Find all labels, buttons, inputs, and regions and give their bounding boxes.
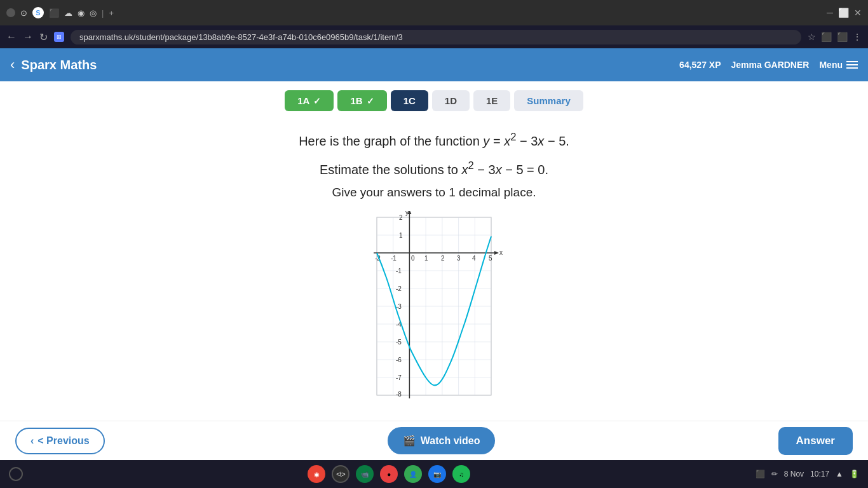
app5-icon[interactable]: 👤 [404,465,422,483]
url-input[interactable] [71,30,801,44]
previous-button[interactable]: ‹ < Previous [15,428,105,454]
refresh-nav[interactable]: ↻ [39,31,48,43]
tab-1b-label: 1B [350,95,362,106]
spotify-icon[interactable]: ♫ [452,465,470,483]
svg-text:2: 2 [399,214,403,221]
watch-video-label: Watch video [421,435,480,447]
question-line2: Estimate the solutions to x2 − 3x − 5 = … [320,158,548,180]
svg-text:-1: -1 [391,255,397,262]
taskbar-time: 10:17 [810,470,829,478]
terminal-icon[interactable]: <t> [332,465,349,483]
svg-text:-7: -7 [396,374,402,381]
tab-1b[interactable]: 1B ✓ [337,90,386,111]
svg-text:0: 0 [411,255,415,262]
graph-container: -2 -1 0 1 2 3 4 5 x 2 1 -1 -2 -3 -4 -5 -… [364,211,504,402]
chrome-icon[interactable]: ◉ [308,465,325,483]
user-name: Jemma GARDNER [731,60,810,70]
taskbar-date: 8 Nov [784,470,804,478]
svg-marker-21 [494,251,499,255]
app4-icon[interactable]: ● [380,465,398,483]
answer-button[interactable]: Answer [778,427,853,455]
question-line3: Give your answers to 1 decimal place. [332,186,536,200]
main-content: Here is the graph of the function y = x2… [0,118,868,408]
svg-text:5: 5 [489,255,492,262]
app-header: ‹ Sparx Maths 64,527 XP Jemma GARDNER Me… [0,48,868,81]
tab-1c[interactable]: 1C [391,90,428,111]
taskbar-pencil-icon: ✏ [771,470,778,478]
menu-label: Menu [819,60,843,70]
app-title: Sparx Maths [21,58,679,72]
svg-text:2: 2 [441,255,445,262]
svg-text:4: 4 [472,255,476,262]
header-right: 64,527 XP Jemma GARDNER Menu [679,60,858,70]
tab-1e[interactable]: 1E [473,90,510,111]
svg-text:-2: -2 [396,285,402,292]
check-icon-1a: ✓ [313,96,321,106]
battery-icon: 🔋 [850,470,859,478]
home-button[interactable] [9,467,23,481]
back-button[interactable]: ‹ [10,57,15,73]
tab-1d[interactable]: 1D [432,90,470,111]
check-icon-1b: ✓ [367,96,374,106]
svg-text:x: x [499,249,503,256]
watch-video-button[interactable]: 🎬 Watch video [388,427,496,454]
tab-1a[interactable]: 1A ✓ [285,90,334,111]
meet-icon[interactable]: 📹 [356,465,374,483]
tab-summary[interactable]: Summary [514,90,583,111]
tab-1c-label: 1C [403,95,416,106]
forward-nav[interactable]: → [23,31,33,43]
window-controls [6,8,15,17]
wifi-icon: ▲ [836,470,843,478]
app6-icon[interactable]: 📷 [428,465,446,483]
hamburger-icon [846,61,858,69]
back-nav[interactable]: ← [6,31,17,43]
xp-display: 64,527 XP [679,60,721,70]
svg-text:-5: -5 [396,339,402,346]
question-line1: Here is the graph of the function y = x2… [299,129,569,151]
browser-nav-icons: ⊙S ⬛☁◉◎ |+ [20,7,114,18]
svg-text:-6: -6 [396,356,402,363]
menu-button[interactable]: Menu [819,60,858,70]
prev-chevron-icon: ‹ [31,435,34,447]
previous-label: < Previous [37,435,89,447]
video-camera-icon: 🎬 [403,435,416,447]
tabs-row: 1A ✓ 1B ✓ 1C 1D 1E Summary [0,81,868,118]
tab-summary-label: Summary [527,95,570,106]
address-bar: ← → ↻ ⊞ ☆⬛⬛⋮ [0,25,868,48]
svg-text:1: 1 [424,255,428,262]
taskbar-right: ⬛ ✏ 8 Nov 10:17 ▲ 🔋 [756,470,859,478]
tab-1a-label: 1A [297,95,309,106]
svg-text:1: 1 [399,232,403,239]
tab-1e-label: 1E [486,95,498,106]
bottom-bar: ‹ < Previous 🎬 Watch video Answer [0,421,868,460]
taskbar: ◉ <t> 📹 ● 👤 📷 ♫ ⬛ ✏ 8 Nov 10:17 ▲ 🔋 [0,460,868,488]
answer-label: Answer [796,435,835,447]
tab-1d-label: 1D [445,95,457,106]
parabola-graph: -2 -1 0 1 2 3 4 5 x 2 1 -1 -2 -3 -4 -5 -… [364,211,504,402]
browser-action-icons: ☆⬛⬛⋮ [808,32,862,42]
svg-text:3: 3 [457,255,461,262]
svg-text:-1: -1 [396,268,402,274]
svg-text:y: y [405,211,409,216]
taskbar-app-icons: ◉ <t> 📹 ● 👤 📷 ♫ [29,465,749,483]
taskbar-tray-icon: ⬛ [756,470,765,478]
svg-text:-8: -8 [396,391,402,398]
browser-chrome: ⊙S ⬛☁◉◎ |+ ─⬜✕ [0,0,868,25]
